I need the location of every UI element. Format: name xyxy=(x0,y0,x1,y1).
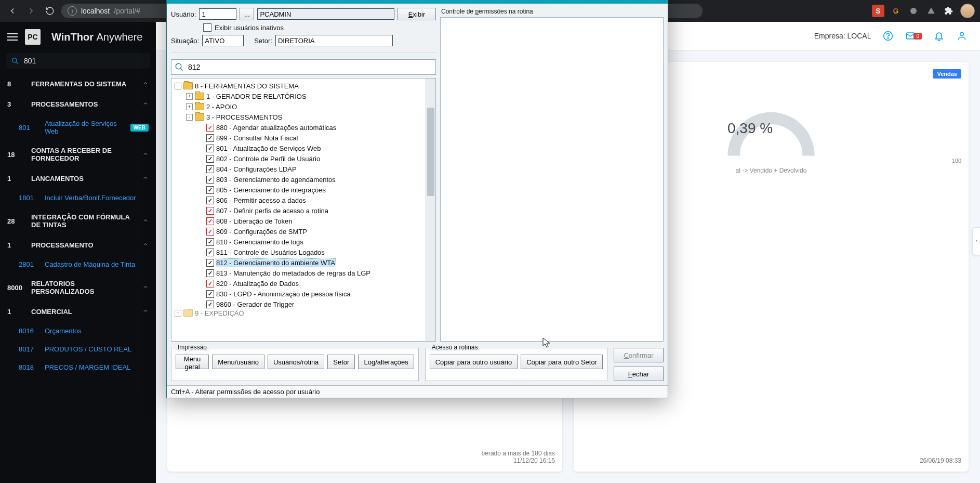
tree-expand-toggle[interactable]: + xyxy=(186,93,193,100)
tree-item[interactable]: ✓813 - Manutenção do metadados de regras… xyxy=(173,268,425,278)
btn-menu-usuario[interactable]: Menu/usuário xyxy=(212,355,264,369)
tree-checkbox[interactable]: ✓ xyxy=(206,238,214,246)
tree-search[interactable] xyxy=(171,59,436,75)
sidebar-item[interactable]: 801Atualização de Serviços WebWEB xyxy=(0,114,156,140)
tree-item[interactable]: ✓899 - Consultar Nota Fiscal xyxy=(173,133,425,143)
tree-checkbox[interactable]: ✓ xyxy=(206,176,214,184)
usuario-lookup-button[interactable]: ... xyxy=(240,8,254,20)
tree-folder[interactable]: +1 - GERADOR DE RELATÓRIOS xyxy=(173,91,425,101)
tree-checkbox[interactable]: ✓ xyxy=(206,269,214,277)
tree-checkbox[interactable]: ✓ xyxy=(206,228,214,236)
site-info-icon[interactable]: i xyxy=(68,6,77,16)
sidebar-item[interactable]: 8016Orçamentos xyxy=(0,322,156,340)
sidebar-section[interactable]: 8000RELATORIOS PERSONALIZADOS xyxy=(0,273,156,302)
extension-siteimprove[interactable]: S xyxy=(872,5,884,17)
extension-drive-icon[interactable] xyxy=(925,5,937,17)
sidebar-section[interactable]: 8FERRAMENTAS DO SISTEMA xyxy=(0,74,156,94)
sidebar-item[interactable]: 1801Incluir Verba/Bonif.Fornecedor xyxy=(0,189,156,207)
tree-item[interactable]: ✓812 - Gerenciamento do ambiente WTA xyxy=(173,257,425,268)
tree-expand-toggle[interactable]: - xyxy=(186,114,193,121)
tree-item[interactable]: ✓810 - Gerenciamento de logs xyxy=(173,237,425,247)
side-drawer-handle[interactable] xyxy=(972,227,980,255)
btn-usuarios-rotina[interactable]: Usuários/rotina xyxy=(268,355,324,369)
sidebar-section[interactable]: 28INTEGRAÇÃO COM FÓRMULA DE TINTAS xyxy=(0,207,156,235)
tree-expand-toggle[interactable]: - xyxy=(175,83,181,89)
btn-copiar-usuario[interactable]: Copiar para outro usuário xyxy=(430,355,518,369)
sidebar-section[interactable]: 3PROCESSAMENTOS xyxy=(0,94,156,114)
tree-folder[interactable]: -3 - PROCESSAMENTOS xyxy=(173,112,425,122)
inativos-checkbox[interactable] xyxy=(203,23,211,32)
tree-checkbox[interactable]: ✓ xyxy=(206,134,214,142)
tree-checkbox[interactable]: ✓ xyxy=(206,165,214,173)
extension-circle-icon[interactable] xyxy=(907,5,920,17)
tree-item[interactable]: ✓804 - Configurações LDAP xyxy=(173,164,425,174)
tree-checkbox[interactable]: ✓ xyxy=(206,155,214,163)
tree-item[interactable]: ✓802 - Controle de Perfil de Usuário xyxy=(173,153,425,164)
sidebar-item[interactable]: 2801Cadastro de Máquina de Tinta xyxy=(0,255,156,273)
bell-icon[interactable] xyxy=(933,30,945,42)
tree-folder[interactable]: +2 - APOIO xyxy=(173,101,425,112)
profile-avatar[interactable] xyxy=(960,4,975,18)
extensions-puzzle-icon[interactable] xyxy=(943,5,955,17)
sidebar-section[interactable]: 1PROCESSAMENTO xyxy=(0,235,156,255)
tree-item[interactable]: ✓820 - Atualização de Dados xyxy=(173,278,425,289)
tree-item[interactable]: ✓809 - Configurações de SMTP xyxy=(173,226,425,237)
btn-copiar-setor[interactable]: Copiar para outro Setor xyxy=(521,355,603,369)
mail-button[interactable]: 0 xyxy=(905,31,922,41)
tree-expand-toggle[interactable]: + xyxy=(175,310,181,317)
sidebar-item[interactable]: 8017PRODUTOS / CUSTO REAL xyxy=(0,340,156,358)
sidebar-section[interactable]: 1LANCAMENTOS xyxy=(0,168,156,189)
user-icon[interactable] xyxy=(956,30,968,42)
extension-google[interactable]: G xyxy=(890,5,902,17)
dialog-titlebar[interactable]: 530 - Permitir Acesso a Rotina Winthor -… xyxy=(167,0,668,4)
tree-folder[interactable]: +9 - EXPEDIÇÃO xyxy=(173,309,425,317)
usuario-code-input[interactable] xyxy=(199,8,236,20)
tree-expand-toggle[interactable]: + xyxy=(186,103,193,110)
tree-checkbox[interactable]: ✓ xyxy=(206,217,214,225)
dialog-subtitle-right: PCSIS530 Versão 29.0.06.005 xyxy=(578,0,663,2)
sidebar-search-input[interactable] xyxy=(23,56,144,66)
scrollbar-thumb[interactable] xyxy=(427,108,434,196)
tree-scrollbar[interactable] xyxy=(426,79,435,341)
sidebar-section[interactable]: 18CONTAS A RECEBER DE FORNECEDOR xyxy=(0,140,156,168)
tree-item[interactable]: ✓807 - Definir perfis de acesso a rotina xyxy=(173,205,425,216)
sidebar-search[interactable] xyxy=(6,53,150,69)
sidebar-section[interactable]: 1COMERCIAL xyxy=(0,302,156,322)
btn-log-alteracoes[interactable]: Log/alterações xyxy=(358,355,414,369)
tree-checkbox[interactable]: ✓ xyxy=(206,145,214,152)
exibir-button[interactable]: EExibirxibir xyxy=(398,8,436,20)
tree-folder[interactable]: -8 - FERRAMENTAS DO SISTEMA xyxy=(173,81,425,91)
btn-menu-geral[interactable]: Menu geral xyxy=(176,355,209,369)
nav-reload-button[interactable] xyxy=(43,4,57,18)
tree-item[interactable]: ✓880 - Agendar atualizações automáticas xyxy=(173,122,425,133)
nav-forward-button[interactable] xyxy=(24,4,38,18)
tree-checkbox[interactable]: ✓ xyxy=(206,249,214,256)
tree-label: 813 - Manutenção do metadados de regras … xyxy=(216,269,370,277)
tree-item[interactable]: ✓811 - Controle de Usuários Logados xyxy=(173,247,425,257)
tree-checkbox[interactable]: ✓ xyxy=(206,207,214,215)
tree-checkbox[interactable]: ✓ xyxy=(206,186,214,194)
tree-checkbox[interactable]: ✓ xyxy=(206,259,214,267)
tree-checkbox[interactable]: ✓ xyxy=(206,197,214,204)
nav-back-button[interactable] xyxy=(5,4,20,18)
tree-checkbox[interactable]: ✓ xyxy=(206,124,214,132)
tree-item[interactable]: ✓830 - LGPD - Anonimização de pessoa fís… xyxy=(173,289,425,299)
folder-icon xyxy=(183,309,193,317)
btn-setor[interactable]: Setor xyxy=(327,355,355,369)
tree-item[interactable]: ✓806 - Permitir acesso a dados xyxy=(173,195,425,205)
tree-item[interactable]: ✓803 - Gerenciamento de agendamentos xyxy=(173,174,425,185)
tree-search-input[interactable] xyxy=(187,62,432,72)
tree-scroll-area[interactable]: -8 - FERRAMENTAS DO SISTEMA+1 - GERADOR … xyxy=(171,79,426,341)
tree-checkbox[interactable]: ✓ xyxy=(206,301,214,308)
menu-toggle-button[interactable] xyxy=(7,33,18,41)
tree-checkbox[interactable]: ✓ xyxy=(206,290,214,298)
sidebar-item[interactable]: 8018PRECOS / MARGEM IDEAL xyxy=(0,358,156,376)
tree-item[interactable]: ✓9860 - Gerador de Trigger xyxy=(173,299,425,309)
tree-item[interactable]: ✓801 - Atualização de Serviços Web xyxy=(173,143,425,153)
btn-confirmar[interactable]: Confirmar xyxy=(614,348,664,362)
help-icon[interactable] xyxy=(882,30,894,42)
tree-checkbox[interactable]: ✓ xyxy=(206,280,214,288)
btn-fechar[interactable]: Fechar xyxy=(614,367,664,381)
tree-item[interactable]: ✓805 - Gerenciamento de integrações xyxy=(173,185,425,195)
tree-item[interactable]: ✓808 - Liberação de Token xyxy=(173,216,425,226)
